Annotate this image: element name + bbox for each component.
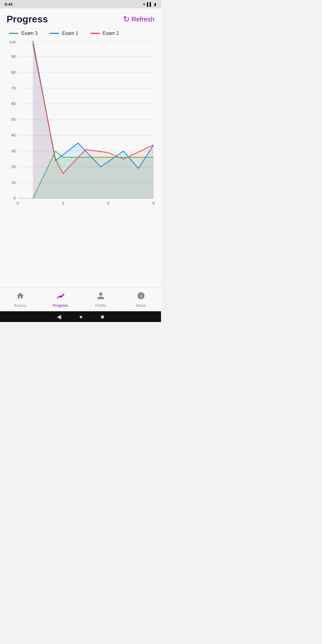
legend-item-exam1: Exam 1: [49, 31, 78, 36]
legend-color-exam1: [49, 33, 59, 34]
about-icon: [137, 292, 145, 302]
svg-text:6: 6: [107, 201, 109, 205]
legend-item-exam3: Exam 3: [9, 31, 38, 36]
legend-label-exam1: Exam 1: [62, 31, 78, 36]
svg-text:80: 80: [11, 70, 16, 75]
svg-text:0: 0: [13, 196, 16, 200]
nav-label-exams: Exams: [14, 303, 26, 308]
status-icons: ▾ ▌▌ ▮: [143, 2, 156, 7]
svg-text:9: 9: [152, 201, 154, 205]
legend-color-exam3: [9, 33, 18, 34]
nav-item-profile[interactable]: Profile: [80, 292, 121, 308]
chart-container: 0 10 20 30 40 50 60 70 80 90 100 0 3 6 9: [0, 38, 161, 287]
svg-text:50: 50: [11, 117, 16, 122]
progress-chart: 0 10 20 30 40 50 60 70 80 90 100 0 3 6 9: [4, 41, 155, 214]
header: Progress ↻ Refresh: [0, 8, 161, 28]
svg-text:40: 40: [11, 133, 16, 137]
svg-text:10: 10: [11, 180, 16, 185]
bottom-nav: Exams Progress Profile About: [0, 287, 161, 311]
status-time: 8:44: [5, 2, 13, 7]
battery-icon: ▮: [154, 2, 156, 7]
svg-text:20: 20: [11, 165, 16, 169]
chart-legend: Exam 3 Exam 1 Exam 2: [0, 28, 161, 38]
android-nav-bar: ◀ ● ■: [0, 311, 161, 322]
signal-icon: ▌▌: [147, 2, 152, 7]
nav-label-progress: Progress: [52, 303, 68, 308]
svg-text:30: 30: [11, 149, 16, 153]
page-title: Progress: [7, 14, 48, 25]
wifi-icon: ▾: [143, 2, 145, 7]
refresh-icon: ↻: [123, 15, 130, 24]
profile-icon: [97, 292, 105, 302]
legend-color-exam2: [90, 33, 100, 34]
svg-text:100: 100: [9, 41, 16, 44]
nav-item-exams[interactable]: Exams: [0, 292, 40, 308]
recents-button[interactable]: ■: [101, 313, 104, 320]
nav-item-progress[interactable]: Progress: [40, 292, 80, 308]
home-button[interactable]: ●: [79, 313, 83, 320]
legend-label-exam3: Exam 3: [21, 31, 38, 36]
back-button[interactable]: ◀: [57, 313, 61, 320]
legend-item-exam2: Exam 2: [90, 31, 119, 36]
svg-text:90: 90: [11, 54, 16, 59]
nav-item-about[interactable]: About: [121, 292, 161, 308]
nav-label-profile: Profile: [95, 303, 106, 308]
svg-text:0: 0: [17, 201, 19, 205]
refresh-label: Refresh: [131, 16, 154, 23]
progress-icon: [56, 292, 65, 302]
svg-text:60: 60: [11, 101, 16, 106]
svg-text:70: 70: [11, 86, 16, 90]
home-icon: [16, 292, 24, 302]
refresh-button[interactable]: ↻ Refresh: [123, 15, 154, 24]
legend-label-exam2: Exam 2: [103, 31, 119, 36]
status-bar: 8:44 ▾ ▌▌ ▮: [0, 0, 161, 8]
nav-label-about: About: [136, 303, 146, 308]
svg-text:3: 3: [62, 201, 64, 205]
